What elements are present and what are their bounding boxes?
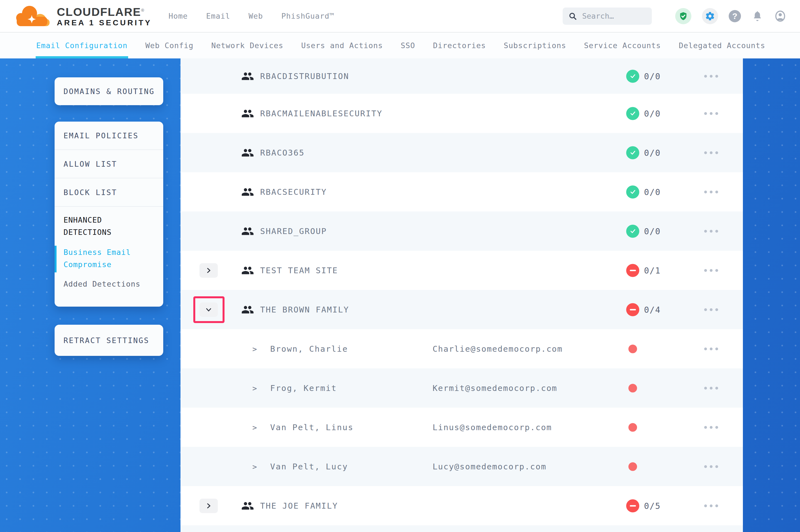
member-count: 0/0 — [644, 148, 661, 157]
group-name: RBACO365 — [260, 148, 305, 157]
sidebar-item-allow-list[interactable]: ALLOW LIST — [55, 150, 163, 178]
row-actions-button[interactable] — [694, 342, 728, 356]
row-actions-button[interactable] — [694, 499, 728, 513]
expand-member-chevron[interactable]: > — [252, 384, 257, 392]
tab-service-accounts[interactable]: Service Accounts — [584, 33, 661, 58]
table-row: RBACSECURITY 0/0 — [181, 172, 743, 211]
active-item-indicator-bar — [55, 246, 57, 272]
search-input[interactable] — [582, 12, 646, 20]
retract-settings-label: RETRACT SETTINGS — [55, 336, 149, 345]
expand-member-chevron[interactable]: > — [252, 462, 257, 471]
tab-network-devices[interactable]: Network Devices — [211, 33, 283, 58]
expand-group-button[interactable] — [199, 263, 218, 278]
member-name: Van Pelt, Lucy — [270, 462, 348, 471]
table-row: SHARED_GROUP 0/0 — [181, 211, 743, 251]
row-actions-button[interactable] — [694, 264, 728, 277]
brand-subtitle: AREA 1 SECURITY — [57, 18, 152, 28]
nav-item-home[interactable]: Home — [168, 12, 188, 20]
group-icon — [241, 225, 254, 238]
table-row: > Brown, Charlie Charlie@somedemocorp.co… — [181, 329, 743, 368]
sidebar-item-business-email-compromise[interactable]: Business Email Compromise — [63, 246, 163, 271]
search-box[interactable] — [563, 7, 652, 25]
member-email: Lucy@somedemocorp.com — [433, 462, 546, 471]
registered-mark: ® — [141, 8, 145, 13]
row-actions-button[interactable] — [694, 225, 728, 238]
notifications-bell-icon[interactable] — [751, 10, 763, 22]
group-icon — [241, 107, 254, 120]
row-actions-button[interactable] — [694, 185, 728, 199]
tab-users-and-actions[interactable]: Users and Actions — [301, 33, 383, 58]
group-icon — [241, 499, 254, 512]
collapse-group-button[interactable] — [199, 302, 218, 317]
table-row: THE JOE FAMILY 0/5 — [181, 486, 743, 525]
table-row: THE BROWN FAMILY 0/4 — [181, 290, 743, 329]
nav-item-phishguard[interactable]: PhishGuard™ — [281, 12, 334, 20]
status-blocked-badge — [626, 264, 639, 277]
tab-email-configuration[interactable]: Email Configuration — [36, 33, 128, 58]
security-shield-icon[interactable] — [675, 8, 691, 24]
config-tabs-bar: Email Configuration Web Config Network D… — [0, 33, 800, 58]
group-name: RBACMAILENABLESECURITY — [260, 109, 382, 118]
group-name: SHARED_GROUP — [260, 227, 327, 236]
row-actions-button[interactable] — [694, 70, 728, 83]
status-ok-badge — [626, 70, 639, 83]
group-name: RBACDISTRUBUTION — [260, 72, 349, 81]
enhanced-detections-title: ENHANCED DETECTIONS — [63, 214, 163, 239]
tab-subscriptions[interactable]: Subscriptions — [504, 33, 566, 58]
chevron-down-icon — [205, 307, 212, 313]
group-icon — [241, 186, 254, 198]
top-nav: Home Email Web PhishGuard™ — [168, 12, 353, 20]
table-row: RBACMAILENABLESECURITY 0/0 — [181, 94, 743, 133]
expand-group-button[interactable] — [199, 499, 218, 513]
nav-item-email[interactable]: Email — [206, 12, 230, 20]
status-ok-badge — [626, 185, 639, 198]
member-count: 0/4 — [644, 305, 661, 315]
settings-gear-icon[interactable] — [702, 8, 718, 24]
status-dot-red — [629, 344, 637, 353]
expand-member-chevron[interactable]: > — [252, 344, 257, 353]
row-actions-button[interactable] — [694, 146, 728, 159]
table-row: RBACDISTRUBUTION 0/0 — [181, 58, 743, 94]
header-right: ? — [563, 7, 787, 25]
status-ok-badge — [626, 107, 639, 120]
sidebar-item-email-policies[interactable]: EMAIL POLICIES — [55, 121, 163, 150]
member-count: 0/5 — [644, 501, 661, 511]
group-name: RBACSECURITY — [260, 187, 327, 197]
cloudflare-cloud-icon — [13, 3, 54, 30]
row-actions-button[interactable] — [694, 107, 728, 120]
cloudflare-area1-logo[interactable]: CLOUDFLARE® AREA 1 SECURITY — [13, 3, 152, 30]
row-actions-button[interactable] — [694, 381, 728, 395]
tab-directories[interactable]: Directories — [433, 33, 486, 58]
row-actions-button[interactable] — [694, 460, 728, 473]
sidebar-card-retract-settings[interactable]: RETRACT SETTINGS — [55, 325, 163, 356]
tab-delegated-accounts[interactable]: Delegated Accounts — [679, 33, 765, 58]
domains-routing-label: DOMAINS & ROUTING — [55, 87, 154, 96]
account-avatar-icon[interactable] — [774, 10, 787, 22]
sidebar-item-added-detections[interactable]: Added Detections — [63, 280, 163, 288]
nav-item-web[interactable]: Web — [249, 12, 263, 20]
tab-sso[interactable]: SSO — [401, 33, 415, 58]
group-name: THE BROWN FAMILY — [260, 305, 349, 315]
row-actions-button[interactable] — [694, 303, 728, 316]
expand-member-chevron[interactable]: > — [252, 423, 257, 432]
help-icon[interactable]: ? — [729, 10, 741, 22]
status-ok-badge — [626, 146, 639, 159]
table-row-partial — [181, 525, 743, 532]
sidebar-card-domains-routing[interactable]: DOMAINS & ROUTING — [55, 77, 163, 105]
group-name: TEST TEAM SITE — [260, 266, 338, 275]
member-count: 0/1 — [644, 265, 661, 275]
row-actions-button[interactable] — [694, 421, 728, 434]
status-dot-red — [629, 462, 637, 471]
table-row: > Van Pelt, Linus Linus@somedemocorp.com — [181, 407, 743, 447]
member-count: 0/0 — [644, 226, 661, 236]
status-blocked-badge — [626, 303, 639, 316]
sidebar-item-block-list[interactable]: BLOCK LIST — [55, 178, 163, 207]
header-icons: ? — [665, 8, 787, 24]
sidebar-card-email-policies: EMAIL POLICIES ALLOW LIST BLOCK LIST ENH… — [55, 121, 163, 307]
status-dot-red — [629, 423, 637, 432]
enhanced-detections-section: ENHANCED DETECTIONS Business Email Compr… — [55, 207, 163, 288]
tab-web-config[interactable]: Web Config — [145, 33, 194, 58]
group-name: THE JOE FAMILY — [260, 501, 338, 511]
status-blocked-badge — [626, 499, 639, 512]
table-row: > Van Pelt, Lucy Lucy@somedemocorp.com — [181, 447, 743, 486]
